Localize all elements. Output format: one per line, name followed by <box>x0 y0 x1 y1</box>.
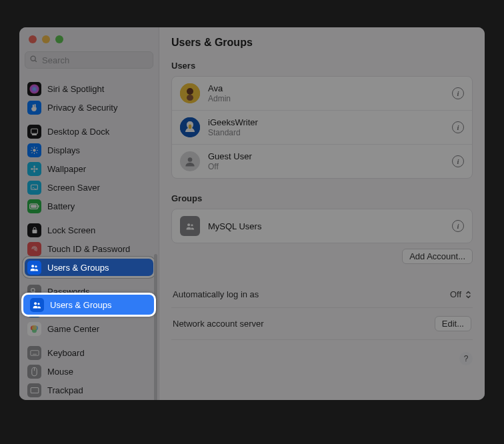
minimize-button[interactable] <box>42 35 50 43</box>
hand-icon <box>27 101 41 115</box>
sidebar-item-keyboard[interactable]: Keyboard <box>19 343 159 362</box>
window-controls <box>19 27 159 51</box>
user-name: Guest User <box>208 151 444 161</box>
sidebar-item-label: Mouse <box>47 367 73 377</box>
flower-icon <box>27 162 41 176</box>
people-icon <box>27 261 41 275</box>
user-role: Standard <box>208 128 444 137</box>
svg-line-11 <box>36 152 37 153</box>
at-icon <box>27 303 41 317</box>
auto-login-select[interactable]: Off <box>450 289 471 299</box>
avatar <box>180 117 200 137</box>
svg-point-2 <box>29 84 39 93</box>
user-role: Off <box>208 162 444 171</box>
group-row[interactable]: MySQL Usersi <box>172 209 472 243</box>
sidebar-item-label: Game Center <box>47 324 99 334</box>
svg-rect-43 <box>187 95 193 101</box>
sidebar-item-battery[interactable]: Battery <box>19 197 159 215</box>
gamecenter-icon <box>27 322 41 336</box>
sidebar-item-wallpaper[interactable]: Wallpaper <box>19 159 159 178</box>
sidebar-item-label: Wallpaper <box>47 164 86 174</box>
sidebar-item-label: Trackpad <box>47 385 83 395</box>
svg-point-45 <box>189 125 191 129</box>
info-icon[interactable]: i <box>452 220 464 232</box>
sidebar-item-game-center[interactable]: Game Center <box>19 319 159 338</box>
sidebar-item-mouse[interactable]: Mouse <box>19 362 159 381</box>
auto-login-label: Automatically log in as <box>173 289 259 299</box>
sidebar-item-displays[interactable]: Displays <box>19 141 159 159</box>
users-list: AvaAdminiiGeeksWriterStandardiGuest User… <box>171 76 473 179</box>
svg-point-15 <box>33 165 35 167</box>
sidebar-item-screen-saver[interactable]: Screen Saver <box>19 178 159 197</box>
screensaver-icon <box>27 181 41 195</box>
sidebar-item-label: Users & Groups <box>47 263 109 273</box>
auto-login-row: Automatically log in as Off <box>171 281 473 308</box>
network-server-label: Network account server <box>173 319 264 329</box>
battery-icon <box>27 199 41 213</box>
sidebar-item-privacy-security[interactable]: Privacy & Security <box>19 98 159 117</box>
sidebar-item-label: Privacy & Security <box>47 103 117 113</box>
sidebar-item-users-groups[interactable]: Users & Groups <box>19 258 159 277</box>
sidebar-item-siri-spotlight[interactable]: Siri & Spotlight <box>19 79 159 98</box>
sidebar-item-touch-id-password[interactable]: Touch ID & Password <box>19 239 159 258</box>
sidebar-nav: Siri & SpotlightPrivacy & SecurityDeskto… <box>19 74 159 400</box>
svg-rect-3 <box>31 129 38 133</box>
svg-point-24 <box>31 265 34 267</box>
search-icon <box>29 55 38 65</box>
people-icon <box>180 216 200 236</box>
scrollbar-thumb[interactable] <box>154 254 157 400</box>
svg-rect-4 <box>32 134 37 135</box>
svg-point-48 <box>191 224 193 226</box>
sidebar-item-lock-screen[interactable]: Lock Screen <box>19 221 159 239</box>
zoom-button[interactable] <box>55 35 63 43</box>
search-field[interactable] <box>25 51 153 69</box>
svg-line-10 <box>31 147 32 148</box>
network-server-row: Network account server Edit... <box>171 308 473 340</box>
sidebar-item-trackpad[interactable]: Trackpad <box>19 381 159 399</box>
user-row[interactable]: iGeeksWriterStandardi <box>172 110 472 144</box>
svg-point-47 <box>187 223 190 226</box>
sun-icon <box>27 143 41 157</box>
sidebar-item-label: Screen Saver <box>47 183 100 193</box>
siri-icon <box>27 82 41 96</box>
svg-point-16 <box>33 170 35 172</box>
page-title: Users & Groups <box>171 37 473 49</box>
search-input[interactable] <box>42 55 149 65</box>
sidebar-item-internet-accounts[interactable]: Internet Accounts <box>19 301 159 319</box>
svg-point-14 <box>33 168 35 170</box>
user-row[interactable]: AvaAdmini <box>172 77 472 110</box>
info-icon[interactable]: i <box>452 121 464 133</box>
user-name: Ava <box>208 83 444 93</box>
add-account-button[interactable]: Add Account... <box>402 249 473 264</box>
svg-point-26 <box>31 288 35 291</box>
svg-point-5 <box>33 149 35 151</box>
user-name: iGeeksWriter <box>208 117 444 127</box>
sidebar-item-label: Desktop & Dock <box>47 127 109 137</box>
svg-point-0 <box>31 56 35 61</box>
user-row[interactable]: Guest UserOffi <box>172 144 472 178</box>
svg-rect-22 <box>38 205 39 207</box>
sidebar-item-passwords[interactable]: Passwords <box>19 282 159 301</box>
trackpad-icon <box>27 383 41 397</box>
help-button[interactable]: ? <box>459 352 473 365</box>
info-icon[interactable]: i <box>452 155 464 167</box>
svg-rect-32 <box>30 350 38 355</box>
sidebar-item-label: Keyboard <box>47 348 85 358</box>
main-content: Users & Groups Users AvaAdminiiGeeksWrit… <box>159 27 485 400</box>
edit-network-server-button[interactable]: Edit... <box>435 316 471 331</box>
sidebar-item-desktop-dock[interactable]: Desktop & Dock <box>19 122 159 141</box>
group-name: MySQL Users <box>208 221 444 231</box>
svg-point-31 <box>32 325 37 329</box>
sidebar-item-label: Lock Screen <box>47 225 95 235</box>
close-button[interactable] <box>29 35 37 43</box>
sidebar-item-label: Battery <box>47 201 75 211</box>
svg-rect-21 <box>31 205 37 207</box>
fingerprint-icon <box>27 242 41 256</box>
svg-point-17 <box>31 168 33 169</box>
svg-point-25 <box>35 265 37 267</box>
user-role: Admin <box>208 94 444 103</box>
info-icon[interactable]: i <box>452 87 464 99</box>
groups-list: MySQL Usersi <box>171 209 473 243</box>
keyboard-icon <box>27 346 41 360</box>
svg-line-12 <box>31 152 32 153</box>
